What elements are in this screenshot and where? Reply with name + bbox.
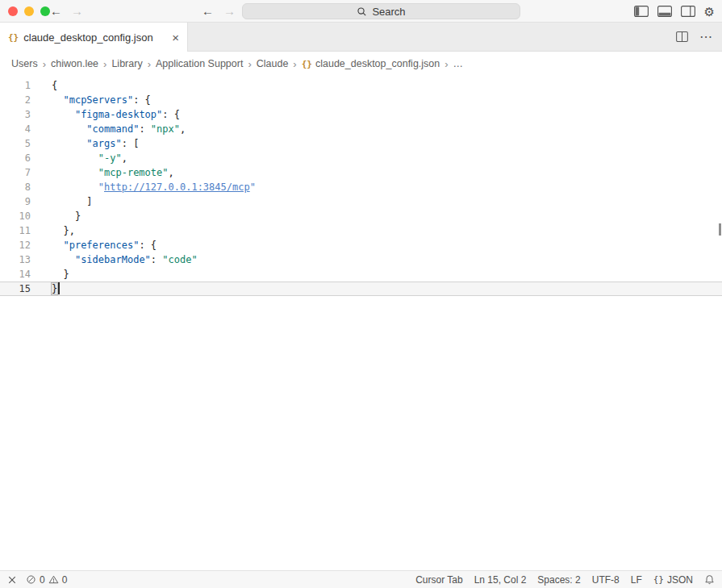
chevron-right-icon: › [444,58,449,70]
code-text: "sidebarMode": "code" [52,252,198,267]
json-braces-icon: {} [653,574,664,585]
history-forward-button[interactable]: → [223,0,236,23]
tab-label: claude_desktop_config.json [23,31,152,44]
code-line[interactable]: 9 ] [0,194,722,209]
notifications-bell-icon[interactable] [704,574,715,585]
split-editor-icon[interactable] [676,31,688,42]
code-line[interactable]: 1{ [0,78,722,93]
status-cursor-position[interactable]: Ln 15, Col 2 [474,574,527,586]
zoom-window-button[interactable] [40,6,50,16]
code-text: "figma-desktop": { [52,107,180,122]
code-text: ] [52,194,93,209]
line-number: 4 [0,122,31,136]
status-eol[interactable]: LF [631,574,642,586]
search-label: Search [372,6,405,18]
code-text: "-y", [52,151,127,165]
code-line[interactable]: 12 "preferences": { [0,238,722,252]
settings-gear-icon[interactable]: ⚙ [704,6,715,18]
toggle-primary-sidebar-icon[interactable] [634,6,649,17]
json-file-icon: {} [8,32,19,43]
editor-window: ← → ← → Search ⚙ [0,0,722,588]
line-number: 7 [0,165,31,180]
code-area: 1{2 "mcpServers": {3 "figma-desktop": {4… [0,76,722,296]
layout-controls: ⚙ [634,0,715,23]
status-indentation[interactable]: Spaces: 2 [537,574,580,586]
breadcrumb-item-users[interactable]: Users [11,58,38,69]
code-text: }, [52,223,75,238]
line-number: 10 [0,209,31,223]
editor-actions: ⋯ [676,23,722,51]
code-line[interactable]: 5 "args": [ [0,136,722,151]
warning-count: 0 [62,574,68,586]
toggle-panel-icon[interactable] [657,6,672,17]
status-right: Cursor Tab Ln 15, Col 2 Spaces: 2 UTF-8 … [415,574,715,586]
code-text: "mcpServers": { [52,93,151,107]
line-number: 12 [0,238,31,252]
code-line[interactable]: 7 "mcp-remote", [0,165,722,180]
more-actions-icon[interactable]: ⋯ [699,31,712,44]
breadcrumb-item-user[interactable]: chiwon.lee [51,58,98,69]
breadcrumb-item-application-support[interactable]: Application Support [156,58,243,69]
search-bar[interactable]: Search [242,3,520,19]
status-language-mode[interactable]: {} JSON [653,574,693,586]
code-line[interactable]: 11 }, [0,223,722,238]
titlebar: ← → ← → Search ⚙ [0,0,722,23]
status-encoding[interactable]: UTF-8 [592,574,620,586]
code-text: { [52,78,57,93]
toggle-secondary-sidebar-icon[interactable] [681,6,695,17]
close-window-button[interactable] [8,6,18,16]
line-number: 1 [0,78,31,93]
code-text: "args": [ [52,136,139,151]
code-text: "http://127.0.0.1:3845/mcp" [52,180,256,194]
breadcrumb-item-claude[interactable]: Claude [257,58,289,69]
line-number: 9 [0,194,31,209]
chevron-right-icon: › [247,58,252,70]
code-line[interactable]: 3 "figma-desktop": { [0,107,722,122]
text-cursor [58,282,60,294]
line-number: 14 [0,267,31,281]
status-cursor-tab[interactable]: Cursor Tab [415,574,462,586]
code-line[interactable]: 2 "mcpServers": { [0,93,722,107]
line-number: 13 [0,252,31,267]
breadcrumb-item-file[interactable]: {} claude_desktop_config.json [302,58,440,69]
chevron-right-icon: › [42,58,47,70]
chevron-right-icon: › [292,58,297,70]
code-line[interactable]: 8 "http://127.0.0.1:3845/mcp" [0,180,722,194]
language-label: JSON [667,574,693,586]
back-button[interactable]: ← [50,0,62,23]
close-tab-icon[interactable]: × [172,31,179,44]
breadcrumb: Users › chiwon.lee › Library › Applicati… [0,52,722,76]
line-number: 5 [0,136,31,151]
x-icon[interactable] [7,575,17,585]
traffic-lights [8,6,50,16]
history-back-button[interactable]: ← [202,0,214,23]
minimize-window-button[interactable] [24,6,34,16]
warning-icon [48,574,59,585]
code-line[interactable]: 4 "command": "npx", [0,122,722,136]
code-line[interactable]: 13 "sidebarMode": "code" [0,252,722,267]
search-icon [357,6,367,17]
code-line[interactable]: 6 "-y", [0,151,722,165]
code-line[interactable]: 10 } [0,209,722,223]
code-line[interactable]: 14 } [0,267,722,281]
error-icon [26,574,36,585]
code-line[interactable]: 15} [0,281,722,296]
code-text: } [52,281,60,296]
line-number: 2 [0,93,31,107]
forward-button[interactable]: → [71,0,83,23]
tab-bar: {} claude_desktop_config.json × ⋯ [0,23,722,52]
editor[interactable]: 1{2 "mcpServers": {3 "figma-desktop": {4… [0,76,722,570]
code-text: } [52,209,81,223]
code-text: "command": "npx", [52,122,186,136]
overview-ruler-mark [719,223,721,236]
breadcrumb-item-more[interactable]: … [453,58,464,69]
line-number: 3 [0,107,31,122]
line-number: 11 [0,223,31,238]
line-number: 15 [0,281,31,296]
code-text: "mcp-remote", [52,165,174,180]
problems-indicator[interactable]: 0 0 [26,574,67,586]
code-text: } [52,267,69,281]
breadcrumb-item-library[interactable]: Library [111,58,142,69]
status-bar: 0 0 Cursor Tab Ln 15, Col 2 Spaces: 2 UT… [0,570,722,588]
tab-claude-desktop-config[interactable]: {} claude_desktop_config.json × [0,23,188,52]
